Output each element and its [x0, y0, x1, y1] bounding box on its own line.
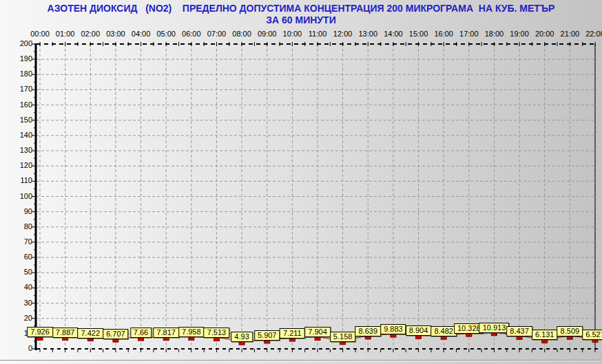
y-axis-label: 30 — [9, 299, 32, 308]
data-value-label: 7.926 — [27, 327, 53, 337]
y-axis-label: 170 — [9, 85, 32, 94]
plot-area — [0, 0, 602, 364]
y-axis-label: 90 — [9, 207, 32, 216]
data-value-label: 8.437 — [506, 326, 532, 336]
data-value-label: 4.93 — [231, 332, 252, 342]
y-axis-label: 0 — [9, 344, 32, 353]
data-value-label: 8.904 — [406, 325, 432, 336]
y-axis-label: 200 — [9, 39, 32, 48]
y-axis-label: 70 — [9, 237, 32, 246]
data-value-label: 9.883 — [380, 324, 406, 334]
data-value-label: 5.158 — [330, 332, 356, 342]
data-value-label: 7.211 — [280, 328, 305, 339]
y-axis-label: 100 — [9, 192, 32, 201]
data-value-label: 7.66 — [130, 328, 152, 338]
y-axis-label: 140 — [9, 131, 32, 140]
y-axis-label: 150 — [9, 116, 32, 125]
y-axis-label: 50 — [9, 268, 32, 277]
data-value-label: 6.527 — [582, 330, 602, 340]
data-value-label: 5.907 — [254, 330, 280, 341]
data-value-label: 6.131 — [532, 330, 558, 340]
data-value-label: 7.817 — [153, 328, 179, 338]
y-axis-label: 20 — [9, 314, 32, 323]
data-value-label: 6.707 — [103, 329, 129, 339]
data-value-label: 7.422 — [78, 328, 104, 339]
data-value-label: 8.639 — [355, 326, 382, 336]
y-axis-label: 130 — [9, 146, 32, 155]
data-value-label: 7.513 — [204, 328, 230, 338]
y-axis-label: 110 — [9, 176, 32, 185]
data-value-label: 7.904 — [304, 327, 331, 337]
bottom-separator — [0, 360, 602, 361]
y-axis-label: 60 — [9, 253, 32, 261]
data-value-label: 7.887 — [52, 328, 79, 338]
data-value-label: 8.509 — [557, 326, 583, 336]
y-axis-label: 120 — [9, 161, 32, 170]
x-axis-label: 22:00 — [580, 30, 602, 39]
y-axis-label: 190 — [9, 54, 32, 63]
data-value-label: 10.913 — [479, 323, 510, 333]
data-value-label: 8.482 — [430, 326, 457, 336]
data-value-label: 7.958 — [178, 327, 205, 337]
no2-concentration-chart: АЗОТЕН ДИОКСИД (NO2) ПРЕДЕЛНО ДОПУСТИМА … — [0, 0, 602, 364]
y-axis-label: 180 — [9, 69, 32, 78]
y-axis-label: 160 — [9, 100, 32, 109]
y-axis-label: 40 — [9, 283, 32, 292]
y-axis-label: 80 — [9, 222, 32, 231]
